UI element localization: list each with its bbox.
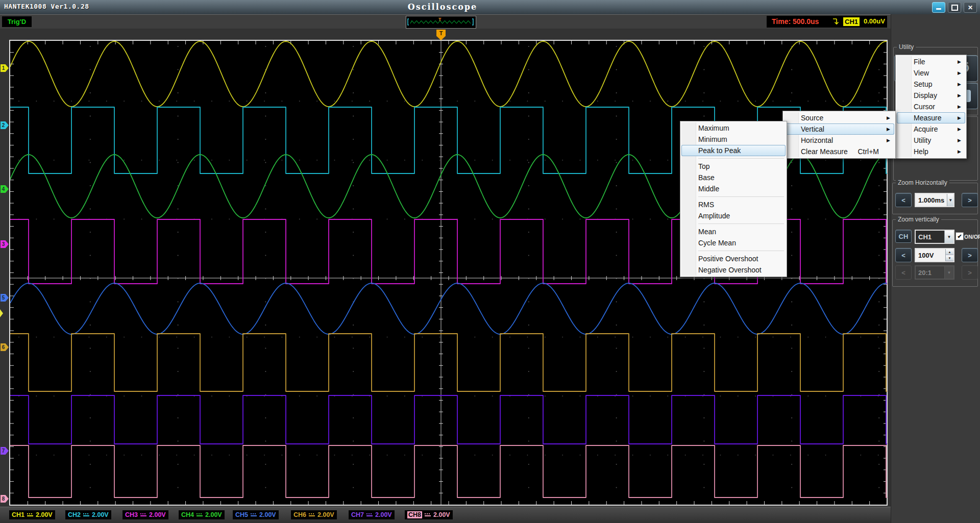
channel-select-combo[interactable]: CH1 ▼: [915, 230, 954, 244]
menu-item-measure[interactable]: Measure▶: [897, 112, 965, 123]
ratio-value: 20:1: [916, 266, 944, 279]
channel-select-dropdown-icon[interactable]: ▼: [944, 231, 953, 243]
channel-name: CH5: [235, 511, 248, 518]
onoff-label: ON/OFF: [964, 234, 980, 240]
menu-item-base[interactable]: Base: [681, 172, 786, 183]
menu-item-view[interactable]: View▶: [897, 67, 965, 79]
menu-item-label: Base: [698, 173, 715, 182]
channel-scale-value: 2.00V: [259, 511, 276, 518]
spin-up-icon[interactable]: ▲: [946, 249, 953, 255]
menu-item-display[interactable]: Display▶: [897, 90, 965, 101]
channel-name: CH6: [293, 511, 306, 518]
preview-zigzag-icon: T: [406, 16, 475, 27]
menu-item-maximum[interactable]: Maximum: [681, 122, 786, 134]
channel-select-value: CH1: [916, 231, 944, 243]
menu-item-label: Minimum: [698, 135, 727, 143]
channel-marker-number: 7: [1, 448, 6, 454]
utility-menu: File▶View▶Setup▶Display▶Cursor▶Measure▶A…: [895, 55, 967, 159]
range-spinner[interactable]: ▲ ▼: [945, 249, 953, 261]
measure-submenu: Source▶Vertical▶Horizontal▶Clear Measure…: [782, 111, 896, 159]
channel-legend-bar: CH12.00VCH22.00VCH32.00VCH42.00VCH52.00V…: [0, 507, 891, 523]
menu-item-acquire[interactable]: Acquire▶: [897, 123, 965, 135]
channel-onoff-checkbox[interactable]: ✔: [955, 232, 964, 240]
menu-item-utility[interactable]: Utility▶: [897, 135, 965, 146]
menu-item-middle[interactable]: Middle: [681, 183, 786, 194]
menu-item-label: Measure: [914, 114, 941, 122]
menu-item-label: Mean: [698, 228, 716, 236]
range-value: 100V: [916, 249, 945, 261]
submenu-arrow-icon: ▶: [958, 112, 961, 123]
menu-item-top[interactable]: Top: [681, 161, 786, 172]
menu-item-rms[interactable]: RMS: [681, 199, 786, 210]
utility-group-label: Utility: [897, 43, 916, 51]
range-prev-button[interactable]: <: [895, 248, 912, 262]
status-bar: Trig'D T Time: 500.0us CH1 0.00uV: [0, 14, 891, 30]
channel-chip-CH1[interactable]: CH12.00V: [9, 510, 55, 519]
channel-chip-CH3[interactable]: CH32.00V: [122, 510, 168, 519]
channel-scale-value: 2.00V: [433, 511, 450, 518]
menu-item-label: Help: [914, 147, 928, 156]
menu-item-file[interactable]: File▶: [897, 56, 965, 67]
menu-item-cycle-mean[interactable]: Cycle Mean: [681, 237, 786, 248]
menu-item-mean[interactable]: Mean: [681, 226, 786, 237]
window-title: Oscilloscope: [408, 2, 477, 12]
trigger-edge-icon: [832, 17, 840, 26]
maximize-button[interactable]: [948, 2, 961, 13]
submenu-arrow-icon: ▶: [958, 101, 961, 112]
preview-trigger-marker: T: [438, 17, 442, 22]
menu-item-label: Setup: [914, 80, 933, 88]
channel-scale-value: 2.00V: [149, 511, 166, 518]
ch-button[interactable]: CH: [895, 230, 912, 243]
menu-item-amplitude[interactable]: Amplitude: [681, 210, 786, 221]
close-button[interactable]: ✕: [964, 2, 977, 13]
menu-item-positive-overshoot[interactable]: Positive Overshoot: [681, 253, 786, 264]
channel-chip-CH6[interactable]: CH62.00V: [291, 510, 337, 519]
oscilloscope-app: HANTEK1008 Ver1.0.28 Oscilloscope ✕ Trig…: [0, 0, 980, 523]
timebase-combo[interactable]: 1.000ms ▼: [915, 193, 954, 207]
zoom-horizontal-label: Zoom Horizontally: [896, 179, 949, 186]
menu-item-label: Maximum: [698, 124, 729, 132]
range-combo[interactable]: 100V ▲ ▼: [915, 248, 954, 262]
menu-item-horizontal[interactable]: Horizontal▶: [784, 135, 894, 146]
waveform-preview-strip[interactable]: T: [406, 16, 476, 29]
channel-chip-CH8[interactable]: CH82.00V: [405, 510, 453, 519]
menu-item-help[interactable]: Help▶: [897, 146, 965, 157]
spin-down-icon[interactable]: ▼: [946, 255, 953, 261]
menu-item-source[interactable]: Source▶: [784, 112, 894, 123]
menu-item-label: Vertical: [801, 125, 824, 133]
range-next-button[interactable]: >: [962, 248, 978, 262]
channel-name: CH8: [407, 511, 422, 518]
menu-item-vertical[interactable]: Vertical▶: [784, 123, 894, 135]
menu-item-negative-overshoot[interactable]: Negative Overshoot: [681, 264, 786, 276]
channel-chip-CH2[interactable]: CH22.00V: [65, 510, 111, 519]
dc-coupling-icon: [83, 513, 89, 516]
menu-item-setup[interactable]: Setup▶: [897, 79, 965, 90]
menu-item-label: Cursor: [914, 103, 935, 111]
channel-chip-CH7[interactable]: CH72.00V: [349, 510, 395, 519]
dc-coupling-icon: [366, 513, 373, 516]
timebase-value: 1.000ms: [916, 194, 947, 206]
menu-item-label: View: [914, 69, 929, 77]
menu-separator: [698, 158, 784, 159]
dc-coupling-icon: [251, 513, 257, 516]
timebase-dropdown-icon[interactable]: ▼: [947, 194, 953, 206]
dc-coupling-icon: [309, 513, 315, 516]
menu-item-cursor[interactable]: Cursor▶: [897, 101, 965, 112]
dc-coupling-icon: [197, 513, 203, 516]
maximize-icon: [951, 5, 958, 11]
submenu-arrow-icon: ▶: [887, 123, 890, 135]
ratio-prev-button: <: [895, 265, 912, 280]
timebase-prev-button[interactable]: <: [895, 193, 912, 207]
channel-scale-value: 2.00V: [375, 511, 392, 518]
ratio-next-button: >: [962, 265, 978, 280]
channel-chip-CH5[interactable]: CH52.00V: [233, 510, 279, 519]
menu-item-clear-measure[interactable]: Clear MeasureCtrl+M: [784, 146, 894, 157]
menu-separator: [698, 251, 784, 251]
trigger-level-value: 0.00uV: [864, 17, 885, 25]
menu-item-peak-to-peak[interactable]: Peak to Peak: [681, 145, 786, 156]
channel-chip-CH4[interactable]: CH42.00V: [179, 510, 225, 519]
menu-item-minimum[interactable]: Minimum: [681, 134, 786, 145]
timebase-next-button[interactable]: >: [962, 193, 978, 207]
minimize-button[interactable]: [932, 2, 945, 13]
menu-item-label: Middle: [698, 185, 719, 193]
